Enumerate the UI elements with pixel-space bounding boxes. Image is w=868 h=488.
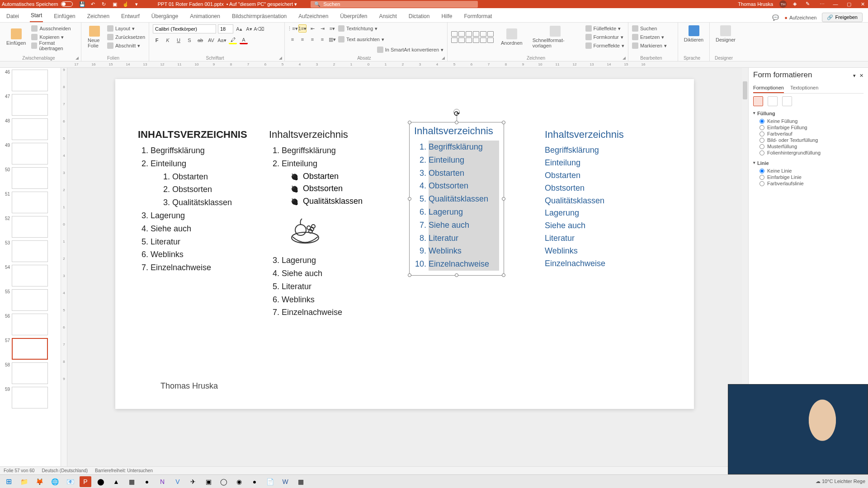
effects-icon[interactable]: [768, 96, 778, 106]
weather-widget[interactable]: ☁ 10°C Leichter Rege: [816, 479, 865, 484]
powerpoint-icon[interactable]: P: [80, 476, 91, 487]
saved-location[interactable]: • Auf "diesem PC" gespeichert ▾: [226, 1, 297, 7]
telegram-icon[interactable]: ✈: [187, 476, 199, 487]
outlook-icon[interactable]: 📧: [64, 476, 76, 487]
line-solid-radio[interactable]: Einfarbige Linie: [753, 174, 863, 180]
shrink-font-icon[interactable]: A▾: [245, 25, 253, 33]
share-button[interactable]: 🔗Freigeben: [822, 13, 863, 22]
line-section-header[interactable]: Linie: [753, 160, 863, 166]
textbox-col3-selected[interactable]: ⟳ Inhaltsverzeichnis Begriffsklärung Ein…: [409, 122, 504, 276]
shape-gallery[interactable]: [451, 31, 494, 43]
tab-bildschirm[interactable]: Bildschirmpräsentation: [231, 10, 288, 22]
thumbnail-52[interactable]: 52: [2, 216, 59, 238]
tab-form-options[interactable]: Formoptionen: [753, 83, 784, 93]
quick-styles-button[interactable]: Schnellformat-vorlagen: [530, 25, 581, 49]
line-none-radio[interactable]: Keine Linie: [753, 168, 863, 174]
textbox-col4[interactable]: Inhaltsverzeichnis Begriffsklärung Einte…: [545, 129, 644, 270]
line-gradient-radio[interactable]: Farbverlaufslinie: [753, 180, 863, 187]
thumbnail-49[interactable]: 49: [2, 143, 59, 164]
app-icon[interactable]: ▣: [203, 476, 214, 487]
font-launcher-icon[interactable]: ◢: [279, 56, 283, 60]
resize-handle[interactable]: [408, 273, 411, 277]
autosave-toggle[interactable]: [61, 1, 73, 7]
firefox-icon[interactable]: 🦊: [33, 476, 45, 487]
resize-handle[interactable]: [502, 273, 505, 277]
section-button[interactable]: Abschnitt▾: [107, 42, 145, 50]
resize-handle[interactable]: [408, 121, 411, 124]
indent-icon[interactable]: ⇥: [318, 24, 326, 33]
touch-icon[interactable]: ☝: [123, 1, 129, 7]
fill-line-icon[interactable]: [753, 96, 763, 106]
dictate-button[interactable]: Diktieren: [682, 24, 706, 43]
outdent-icon[interactable]: ⇤: [308, 24, 316, 33]
ribbon-options-icon[interactable]: ⋯: [818, 1, 826, 7]
thumbnail-47[interactable]: 47: [2, 94, 59, 116]
shape-outline-button[interactable]: Formkontur▾: [585, 33, 625, 41]
new-slide-button[interactable]: Neue Folie: [85, 25, 104, 49]
resize-handle[interactable]: [455, 121, 458, 124]
tab-datei[interactable]: Datei: [5, 10, 20, 22]
shape-fill-button[interactable]: Fülleffekte▾: [585, 24, 625, 33]
thumbnail-59[interactable]: 59: [2, 387, 59, 408]
tab-text-options[interactable]: Textoptionen: [790, 83, 818, 93]
align-left-icon[interactable]: ≡: [288, 35, 297, 43]
highlight-icon[interactable]: 🖍: [229, 36, 237, 44]
thumbnail-58[interactable]: 58: [2, 362, 59, 384]
app-icon[interactable]: ◉: [233, 476, 245, 487]
resize-handle[interactable]: [502, 197, 505, 201]
case-icon[interactable]: Aa▾: [218, 36, 226, 44]
font-size-select[interactable]: [218, 24, 233, 33]
paste-button[interactable]: Einfügen: [4, 28, 28, 47]
resize-handle[interactable]: [455, 273, 458, 277]
thumbnail-pane[interactable]: 4647484950515253545556575859: [0, 68, 61, 466]
app-icon[interactable]: ●: [249, 476, 260, 487]
draw-launcher-icon[interactable]: ◢: [623, 56, 627, 60]
scroll-thumb[interactable]: [743, 81, 747, 99]
smartart-button[interactable]: In SmartArt konvertieren▾: [377, 46, 443, 54]
resize-handle[interactable]: [502, 121, 505, 124]
fill-pattern-radio[interactable]: Musterfüllung: [753, 143, 863, 150]
app-icon[interactable]: ▦: [126, 476, 137, 487]
tab-aufzeichnen[interactable]: Aufzeichnen: [297, 10, 329, 22]
strike-icon[interactable]: ab: [196, 36, 204, 44]
user-name[interactable]: Thomas Hruska: [738, 1, 773, 7]
explorer-icon[interactable]: 📁: [18, 476, 30, 487]
font-name-select[interactable]: [153, 24, 216, 33]
underline-icon[interactable]: U: [175, 36, 183, 44]
fill-solid-radio[interactable]: Einfarbige Füllung: [753, 124, 863, 131]
undo-icon[interactable]: ↶: [90, 1, 96, 7]
font-color-icon[interactable]: A: [240, 36, 248, 44]
size-props-icon[interactable]: [782, 96, 792, 106]
text-direction-button[interactable]: Textrichtung▾: [338, 24, 377, 33]
tab-entwurf[interactable]: Entwurf: [120, 10, 141, 22]
textbox-col2[interactable]: Inhaltsverzeichnis Begriffsklärung Einte…: [269, 129, 391, 319]
tab-zeichnen[interactable]: Zeichnen: [86, 10, 110, 22]
tab-einfuegen[interactable]: Einfügen: [53, 10, 76, 22]
app-icon[interactable]: ▦: [295, 476, 307, 487]
para-launcher-icon[interactable]: ◢: [442, 56, 446, 60]
clipboard-launcher-icon[interactable]: ◢: [75, 56, 80, 60]
italic-icon[interactable]: K: [164, 36, 172, 44]
slide-counter[interactable]: Folie 57 von 60: [4, 468, 34, 473]
resize-handle[interactable]: [408, 197, 411, 201]
minimize-icon[interactable]: —: [832, 1, 839, 7]
clear-format-icon[interactable]: A⌫: [255, 25, 263, 33]
thumbnail-46[interactable]: 46: [2, 70, 59, 91]
tab-hilfe[interactable]: Hilfe: [440, 10, 453, 22]
designer-button[interactable]: Designer: [713, 24, 738, 43]
numbering-icon[interactable]: 1≡▾: [298, 24, 307, 33]
onenote-icon[interactable]: N: [156, 476, 168, 487]
align-right-icon[interactable]: ≡: [308, 35, 316, 43]
grow-font-icon[interactable]: A▴: [235, 25, 243, 33]
align-text-button[interactable]: Text ausrichten▾: [338, 35, 384, 43]
tab-ueberpruefen[interactable]: Überprüfen: [339, 10, 368, 22]
align-center-icon[interactable]: ≡: [298, 35, 307, 43]
line-spacing-icon[interactable]: ≡▾: [328, 24, 336, 33]
word-icon[interactable]: W: [279, 476, 291, 487]
tab-animationen[interactable]: Animationen: [189, 10, 221, 22]
start-button[interactable]: ⊞: [3, 476, 14, 487]
notepad-icon[interactable]: 📄: [264, 476, 276, 487]
fill-picture-radio[interactable]: Bild- oder Texturfüllung: [753, 137, 863, 143]
tab-uebergaenge[interactable]: Übergänge: [151, 10, 179, 22]
visio-icon[interactable]: V: [172, 476, 184, 487]
